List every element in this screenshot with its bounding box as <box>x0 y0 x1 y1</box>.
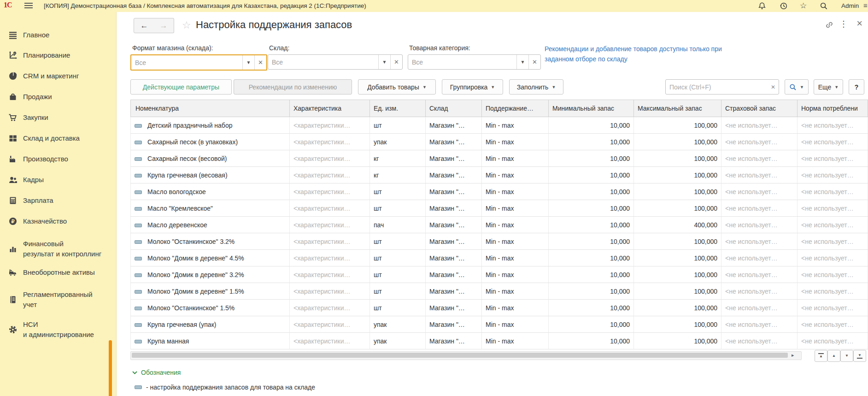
cell-safety-stock[interactable]: <не использует… <box>721 283 798 300</box>
column-header[interactable]: Ед. изм. <box>370 100 426 117</box>
cell-unit[interactable]: шт <box>370 300 426 316</box>
cell-safety-stock[interactable]: <не использует… <box>721 250 798 266</box>
cell-min-stock[interactable]: 10,000 <box>549 250 634 266</box>
cell-characteristic[interactable]: <характеристики… <box>290 283 370 300</box>
cell-characteristic[interactable]: <характеристики… <box>290 266 370 283</box>
cell-safety-stock[interactable]: <не использует… <box>721 200 798 217</box>
scrollbar-thumb[interactable] <box>132 353 788 358</box>
cell-consumption-rate[interactable]: <не использует… <box>798 233 868 250</box>
cell-max-stock[interactable]: 100,000 <box>634 250 721 266</box>
cell-nomenclature[interactable]: Молоко "Домик в деревне" 3.2% <box>131 266 290 283</box>
cell-consumption-rate[interactable]: <не использует… <box>798 134 868 150</box>
column-header[interactable]: Максимальный запас <box>634 100 721 117</box>
table-row[interactable]: Масло вологодское<характеристики…штМагаз… <box>131 183 868 200</box>
table-row[interactable]: Крупа манная<характеристики…упакМагазин … <box>131 333 868 349</box>
change-recommendations-button[interactable]: Рекомендации по изменению <box>234 79 352 95</box>
cell-support-method[interactable]: Min - max <box>482 167 549 183</box>
cell-warehouse[interactable]: Магазин "… <box>426 333 482 349</box>
cell-warehouse[interactable]: Магазин "… <box>426 316 482 333</box>
more-actions-icon[interactable]: ⋮ <box>839 19 848 29</box>
cell-consumption-rate[interactable]: <не использует… <box>798 283 868 300</box>
cell-max-stock[interactable]: 100,000 <box>634 233 721 250</box>
close-form-icon[interactable]: × <box>856 18 862 30</box>
table-row[interactable]: Молоко "Останкинское" 1.5%<характеристик… <box>131 300 868 316</box>
cell-min-stock[interactable]: 10,000 <box>549 233 634 250</box>
cell-warehouse[interactable]: Магазин "… <box>426 300 482 316</box>
cell-characteristic[interactable]: <характеристики… <box>290 316 370 333</box>
cell-min-stock[interactable]: 10,000 <box>549 266 634 283</box>
cell-nomenclature[interactable]: Масло деревенское <box>131 217 290 233</box>
cell-min-stock[interactable]: 10,000 <box>549 150 634 167</box>
add-to-favorites-star-icon[interactable]: ☆ <box>182 19 191 31</box>
sidebar-item-planirovanie[interactable]: +Планирование <box>0 50 116 60</box>
sidebar-item-zarplata[interactable]: Зарплата <box>0 195 116 206</box>
cell-support-method[interactable]: Min - max <box>482 333 549 349</box>
cell-consumption-rate[interactable]: <не использует… <box>798 200 868 217</box>
cell-consumption-rate[interactable]: <не использует… <box>798 117 868 134</box>
cell-min-stock[interactable]: 10,000 <box>549 333 634 349</box>
cell-min-stock[interactable]: 10,000 <box>549 217 634 233</box>
more-button[interactable]: Еще▼ <box>814 79 843 95</box>
cell-characteristic[interactable]: <характеристики… <box>290 233 370 250</box>
table-row[interactable]: Молоко "Останкинское" 3.2%<характеристик… <box>131 233 868 250</box>
chevron-down-icon[interactable]: ▼ <box>516 55 528 69</box>
cell-unit[interactable]: шт <box>370 200 426 217</box>
history-icon[interactable] <box>780 2 788 10</box>
cell-support-method[interactable]: Min - max <box>482 283 549 300</box>
cell-safety-stock[interactable]: <не использует… <box>721 300 798 316</box>
cell-characteristic[interactable]: <характеристики… <box>290 200 370 217</box>
sidebar-item-prodazhi[interactable]: Продажи <box>0 92 116 102</box>
cell-max-stock[interactable]: 100,000 <box>634 333 721 349</box>
sidebar-item-kadry[interactable]: Кадры <box>0 175 116 185</box>
cell-characteristic[interactable]: <характеристики… <box>290 117 370 134</box>
cell-warehouse[interactable]: Магазин "… <box>426 233 482 250</box>
legend-group-toggle[interactable]: Обозначения <box>132 369 181 376</box>
cell-characteristic[interactable]: <характеристики… <box>290 183 370 200</box>
cell-support-method[interactable]: Min - max <box>482 316 549 333</box>
cell-support-method[interactable]: Min - max <box>482 250 549 266</box>
cell-safety-stock[interactable]: <не использует… <box>721 333 798 349</box>
scroll-right-icon[interactable]: ▸ <box>792 352 794 358</box>
cell-consumption-rate[interactable]: <не использует… <box>798 250 868 266</box>
cell-warehouse[interactable]: Магазин "… <box>426 266 482 283</box>
table-row[interactable]: Масло "Кремлевское"<характеристики…штМаг… <box>131 200 868 217</box>
warehouse-combobox[interactable]: Все ▼ ✕ <box>268 54 403 70</box>
column-header[interactable]: Склад <box>426 100 482 117</box>
table-row[interactable]: Молоко "Домик в деревне" 3.2%<характерис… <box>131 266 868 283</box>
cell-nomenclature[interactable]: Сахарный песок (в упаковках) <box>131 134 290 150</box>
current-user[interactable]: Admin <box>841 2 859 9</box>
get-link-icon[interactable] <box>825 20 834 30</box>
table-row[interactable]: Молоко "Домик в деревне" 4.5%<характерис… <box>131 250 868 266</box>
cell-unit[interactable]: шт <box>370 117 426 134</box>
search-button[interactable]: ▼ <box>785 79 809 95</box>
sidebar-item-zakupki[interactable]: Закупки <box>0 112 116 123</box>
active-parameters-button[interactable]: Действующие параметры <box>130 79 232 95</box>
sidebar-scrollbar-thumb[interactable] <box>109 340 112 396</box>
notifications-bell-icon[interactable] <box>758 2 766 10</box>
cell-consumption-rate[interactable]: <не использует… <box>798 183 868 200</box>
cell-unit[interactable]: шт <box>370 266 426 283</box>
forward-button[interactable]: → <box>153 18 174 33</box>
cell-warehouse[interactable]: Магазин "… <box>426 283 482 300</box>
cell-min-stock[interactable]: 10,000 <box>549 134 634 150</box>
cell-max-stock[interactable]: 100,000 <box>634 183 721 200</box>
category-value[interactable]: Все <box>408 55 516 69</box>
column-header[interactable]: Норма потреблени <box>798 100 868 117</box>
cell-warehouse[interactable]: Магазин "… <box>426 117 482 134</box>
cell-safety-stock[interactable]: <не использует… <box>721 233 798 250</box>
cell-unit[interactable]: упак <box>370 134 426 150</box>
cell-unit[interactable]: упак <box>370 333 426 349</box>
chevron-down-icon[interactable]: ▼ <box>242 55 254 70</box>
sidebar-item-glavnoe[interactable]: Главное <box>0 30 116 40</box>
cell-min-stock[interactable]: 10,000 <box>549 200 634 217</box>
cell-max-stock[interactable]: 100,000 <box>634 167 721 183</box>
cell-warehouse[interactable]: Магазин "… <box>426 217 482 233</box>
cell-nomenclature[interactable]: Молоко "Домик в деревне" 4.5% <box>131 250 290 266</box>
cell-warehouse[interactable]: Магазин "… <box>426 200 482 217</box>
cell-support-method[interactable]: Min - max <box>482 233 549 250</box>
cell-consumption-rate[interactable]: <не использует… <box>798 217 868 233</box>
help-button[interactable]: ? <box>849 79 864 95</box>
clear-icon[interactable]: ✕ <box>254 55 266 70</box>
cell-support-method[interactable]: Min - max <box>482 134 549 150</box>
table-row[interactable]: Детский праздничный набор<характеристики… <box>131 117 868 134</box>
